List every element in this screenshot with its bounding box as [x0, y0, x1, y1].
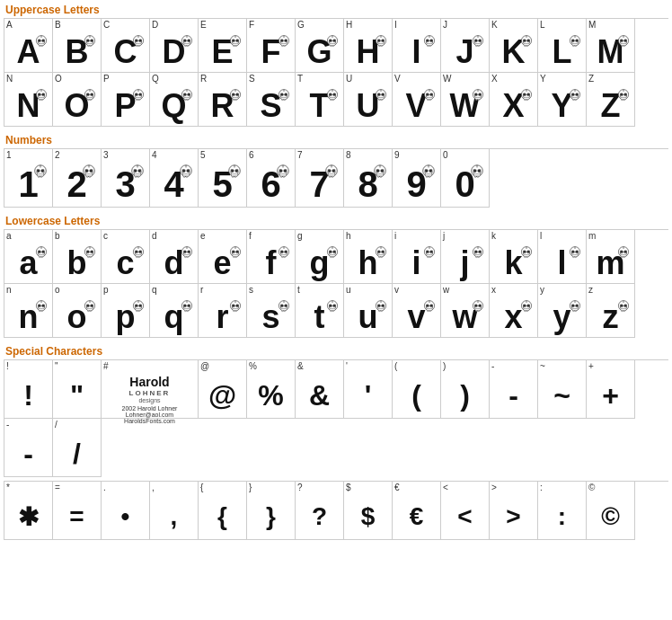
character-cell-119: ww [441, 284, 490, 338]
character-cell-98: bb [53, 230, 102, 284]
character-cell-97: aa [4, 230, 53, 284]
cell-label: K [490, 19, 500, 31]
svg-rect-29 [232, 43, 237, 45]
svg-rect-137 [474, 97, 480, 99]
cell-label: b [53, 230, 62, 243]
cell-glyph: M [587, 31, 634, 72]
cell-label: k [490, 230, 498, 243]
cell-glyph: f [247, 243, 295, 283]
cell-glyph: D [150, 31, 198, 72]
lowercase-section: Lowercase Letters aa bb cc dd [0, 211, 672, 338]
svg-rect-299 [38, 308, 43, 310]
character-cell-102: ff [247, 230, 296, 284]
cell-label: 7 [296, 149, 305, 162]
cell-glyph: X [490, 85, 537, 126]
character-cell-40: (( [393, 360, 441, 419]
cell-label: : [538, 482, 544, 494]
cell-label: @ [199, 360, 211, 373]
character-cell-43: ++ [587, 360, 635, 419]
cell-label: + [587, 360, 596, 373]
svg-rect-95 [135, 97, 140, 99]
character-cell-78: NN [4, 73, 53, 127]
cell-glyph: $ [344, 494, 392, 539]
svg-rect-113 [280, 97, 286, 99]
character-cell-69: EE [199, 19, 247, 73]
cell-glyph: ( [393, 373, 440, 418]
cell-label: r [199, 284, 205, 297]
cell-glyph: N [4, 85, 52, 126]
character-cell-112: pp [102, 284, 150, 338]
cell-label: n [4, 284, 13, 297]
character-cell-88: XX [490, 73, 538, 127]
cell-glyph: © [587, 494, 634, 539]
svg-rect-191 [279, 174, 286, 176]
cell-label: h [344, 230, 353, 243]
character-cell-90: ZZ [587, 73, 635, 127]
svg-rect-353 [474, 308, 480, 310]
cell-glyph: z [587, 297, 634, 337]
cell-label: $ [344, 482, 353, 494]
cell-glyph: a [4, 243, 52, 283]
svg-rect-101 [183, 97, 189, 99]
character-cell-122: zz [587, 284, 635, 338]
cell-glyph: u [344, 297, 392, 337]
svg-rect-17 [135, 43, 140, 45]
character-cell-38: && [296, 360, 344, 419]
character-cell-85: UU [344, 73, 393, 127]
cell-label: f [247, 230, 253, 243]
cell-glyph: • [102, 494, 149, 539]
cell-glyph: O [53, 85, 101, 126]
character-cell-82: RR [199, 73, 247, 127]
svg-rect-53 [426, 43, 431, 45]
svg-rect-47 [377, 43, 383, 45]
cell-glyph: L [538, 31, 586, 72]
cell-label: E [199, 19, 208, 31]
svg-rect-371 [620, 308, 625, 310]
cell-glyph: E [199, 31, 246, 72]
cell-glyph: t [296, 297, 343, 337]
cell-label: . [102, 482, 108, 494]
svg-rect-173 [134, 174, 140, 176]
cell-label: W [441, 73, 453, 85]
special-cell-61: == [53, 482, 102, 540]
character-cell-100: dd [150, 230, 199, 284]
character-cell-121: yy [538, 284, 587, 338]
cell-glyph: : [538, 494, 586, 539]
svg-rect-107 [232, 97, 237, 99]
cell-glyph: 4 [150, 162, 198, 207]
cell-label: / [53, 419, 59, 431]
cell-label: > [490, 482, 499, 494]
character-cell-99: cc [102, 230, 150, 284]
cell-label: m [587, 230, 597, 243]
svg-rect-155 [620, 97, 625, 99]
cell-glyph: b [53, 243, 101, 283]
cell-label: w [441, 284, 451, 297]
svg-rect-41 [329, 43, 334, 45]
cell-glyph: h [344, 243, 392, 283]
character-cell-116: tt [296, 284, 344, 338]
character-cell-33: !! [4, 360, 53, 419]
character-cell-81: QQ [150, 73, 199, 127]
special-cell-169: ©© [587, 482, 635, 540]
cell-glyph: v [393, 297, 440, 337]
character-cell-57: 99 [393, 149, 441, 208]
svg-rect-161 [37, 174, 43, 176]
cell-glyph: s [247, 297, 295, 337]
svg-rect-365 [571, 308, 577, 310]
svg-rect-239 [183, 254, 189, 256]
svg-rect-245 [232, 254, 237, 256]
cell-label: o [53, 284, 62, 297]
cell-glyph: ✱ [4, 494, 52, 539]
svg-rect-251 [280, 254, 286, 256]
cell-glyph: 1 [4, 162, 52, 207]
cell-glyph: S [247, 85, 295, 126]
cell-label: F [247, 19, 256, 31]
cell-label: N [4, 73, 14, 85]
special-cell-123: {{ [199, 482, 247, 540]
cell-glyph: 9 [393, 162, 440, 207]
svg-rect-215 [473, 174, 480, 176]
svg-rect-275 [474, 254, 480, 256]
cell-glyph: { [199, 494, 246, 539]
cell-label: } [247, 482, 253, 494]
character-cell-79: OO [53, 73, 102, 127]
